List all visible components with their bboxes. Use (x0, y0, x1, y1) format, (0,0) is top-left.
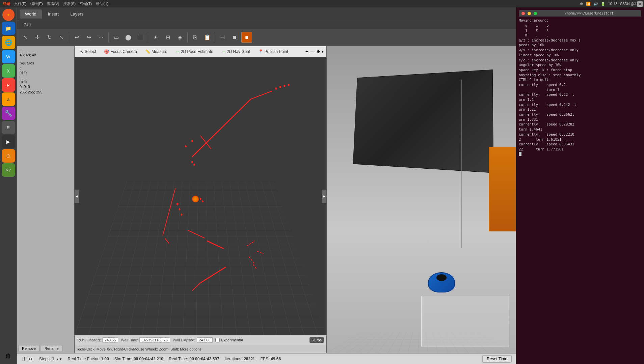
tray-settings[interactable]: ⚙ (580, 2, 583, 6)
zoom-remove-icon[interactable]: — (310, 49, 315, 55)
terminal-panel: /home/yyj/LaserUndistort Moving around: … (516, 7, 644, 364)
tab-insert[interactable]: Insert (43, 9, 64, 19)
chevron-icon[interactable]: ▾ (322, 49, 324, 54)
fps-label: FPS: (261, 357, 270, 361)
experimental-checkbox[interactable] (215, 338, 220, 342)
align-btn[interactable]: ⊣ (217, 32, 228, 43)
terminal-line: currently: speed 0.2662t (519, 112, 641, 117)
svg-line-6 (163, 188, 175, 235)
blender-icon[interactable]: ⬡ (2, 149, 15, 163)
trash-icon[interactable]: 🗑 (2, 349, 15, 363)
collapse-handle-left[interactable]: ◀ (75, 190, 79, 203)
svg-line-15 (200, 267, 226, 283)
minimize-dot[interactable] (528, 12, 531, 15)
cylinder-btn[interactable]: ⬛ (135, 32, 146, 43)
remove-btn[interactable]: Remove (18, 345, 39, 352)
terminal-content[interactable]: Moving around: u i o j k l m , .q/z : in… (519, 18, 641, 361)
menu-file[interactable]: 文件(F) (14, 1, 26, 6)
scale-btn[interactable]: ⤡ (56, 32, 67, 43)
measure-tool[interactable]: 📏 Measure (142, 48, 170, 55)
terminal-line: CTRL-C to quit (519, 77, 641, 82)
svg-line-7 (165, 238, 169, 244)
steps-label: Steps: (39, 357, 51, 361)
view-toolbar: ↖ Select 🎯 Focus Camera 📏 Measure → (75, 46, 326, 57)
select-tool[interactable]: ↖ Select (77, 48, 99, 55)
view-status-bar: ROS Elapsed: 243.55 Wall Time: 165353118… (75, 335, 326, 345)
libreoffice-writer-icon[interactable]: W (2, 50, 15, 63)
svg-point-12 (185, 145, 187, 147)
terminal-line: currently: speed 0.242 t (519, 102, 641, 107)
grid-vis-btn[interactable]: ⊞ (162, 32, 173, 43)
terminal-title: /home/yyj/LaserUndistort (540, 11, 639, 15)
wireframe-btn[interactable]: ◈ (175, 32, 185, 43)
amazon-icon[interactable]: a (2, 92, 15, 106)
sphere-btn[interactable]: ⬤ (123, 32, 134, 43)
view-canvas-2d[interactable]: ◀ ▶ (75, 57, 326, 335)
svg-point-22 (179, 208, 180, 210)
select-label: Select (85, 49, 96, 54)
tab-world[interactable]: World (20, 9, 42, 19)
redo-btn[interactable]: ↪ (83, 32, 94, 43)
record-btn[interactable]: ⏺ (229, 32, 240, 43)
svg-line-17 (247, 241, 255, 246)
select-arrow-btn[interactable]: ↖ (20, 32, 30, 43)
menu-terminal[interactable]: 终端(T) (80, 1, 92, 6)
app-name: 终端 (3, 1, 10, 6)
terminal-cursor (519, 152, 521, 156)
paste-btn[interactable]: 📋 (202, 32, 213, 43)
reset-time-btn[interactable]: Reset Time (482, 355, 512, 363)
translate-btn[interactable]: ✛ (32, 32, 43, 43)
rviz-icon[interactable]: R (2, 121, 15, 134)
copy-btn[interactable]: ⎘ (190, 32, 200, 43)
view-3d[interactable] (327, 46, 516, 353)
pose-estimate-tool[interactable]: → 2D Pose Estimate (173, 48, 216, 55)
pause-btn[interactable]: ⏸ (21, 356, 26, 362)
rename-btn[interactable]: Rename (41, 345, 62, 352)
box-btn[interactable]: ▭ (111, 32, 122, 43)
zoom-add-icon[interactable]: + (305, 49, 308, 55)
svg-point-23 (181, 214, 183, 216)
menu-help[interactable]: 帮助(H) (96, 1, 108, 6)
focus-icon: 🎯 (104, 49, 109, 54)
nav-goal-tool[interactable]: → 2D Nav Goal (219, 48, 253, 55)
publish-point-tool[interactable]: 📍 Publish Point (256, 48, 291, 55)
squares-section: Squares (18, 60, 73, 66)
menu-view[interactable]: 查看(V) (47, 1, 59, 6)
stop-btn[interactable]: ■ (241, 32, 252, 43)
tools-icon[interactable]: 🔧 (2, 107, 15, 120)
terminal-icon[interactable]: ▶ (2, 135, 15, 148)
files-icon[interactable]: 📁 (2, 22, 15, 35)
snap-btn[interactable]: ⋯ (96, 32, 106, 43)
focus-camera-tool[interactable]: 🎯 Focus Camera (101, 48, 140, 55)
tab-layers[interactable]: Layers (65, 9, 89, 19)
tray-network[interactable]: 📶 (586, 2, 591, 6)
svg-line-0 (192, 99, 251, 157)
svg-point-2 (275, 87, 277, 89)
svg-point-3 (279, 86, 281, 88)
menu-search[interactable]: 搜索(S) (63, 1, 76, 6)
laser-scan-overlay (75, 57, 326, 335)
maximize-dot[interactable] (534, 12, 537, 15)
svg-point-11 (191, 140, 193, 142)
collapse-handle-right[interactable]: ▶ (322, 190, 326, 203)
rviz2-icon[interactable]: RV (2, 163, 15, 177)
terminal-line: currently: speed 0.2 (519, 82, 641, 87)
close-dot[interactable] (521, 12, 525, 15)
ubuntu-icon[interactable]: 🔸 (2, 9, 15, 21)
svg-point-21 (177, 203, 179, 205)
nav-icon: → (221, 49, 225, 54)
tray-volume[interactable]: 🔊 (593, 2, 598, 6)
rotate-btn[interactable]: ↻ (44, 32, 55, 43)
libreoffice-calc-icon[interactable]: X (2, 64, 15, 78)
position-row: 0; 0; 0 (18, 84, 73, 89)
browser-icon[interactable]: 🌐 (2, 36, 15, 49)
sim-time-field: Sim Time: 00 00:04:42.210 (114, 357, 163, 361)
libreoffice-impress-icon[interactable]: P (2, 78, 15, 92)
undo-btn[interactable]: ↩ (71, 32, 82, 43)
panel-close-btn[interactable]: × (637, 1, 643, 7)
settings-icon[interactable]: ⚙ (317, 49, 320, 54)
step-arrows[interactable]: ▲▼ (56, 357, 62, 361)
sun-btn[interactable]: ☀ (150, 32, 161, 43)
step-btn[interactable]: ⏭ (28, 356, 34, 362)
menu-edit[interactable]: 编辑(E) (30, 1, 43, 6)
